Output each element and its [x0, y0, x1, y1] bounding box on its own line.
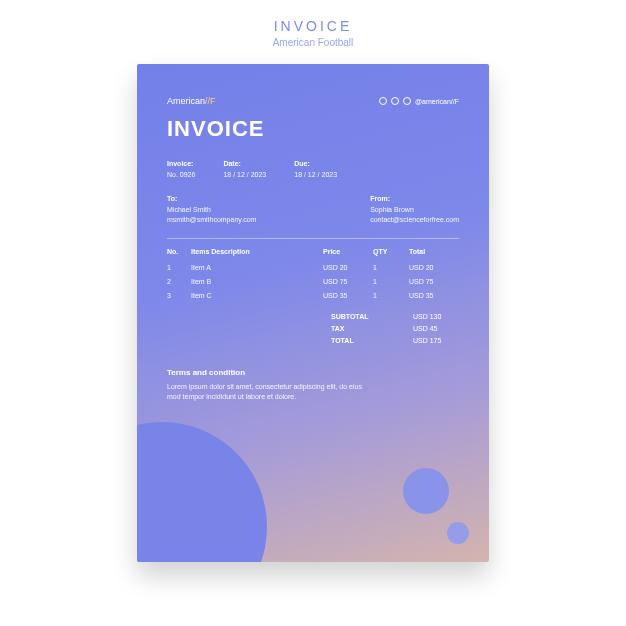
cell-no: 3 — [167, 292, 191, 299]
col-desc: Items Description — [191, 248, 323, 255]
bill-to: To: Michael Smith msmith@smithcompany.co… — [167, 195, 256, 224]
meta-date: Date: 18 / 12 / 2023 — [223, 160, 266, 179]
cell-desc: Item B — [191, 278, 323, 285]
col-price: Price — [323, 248, 373, 255]
meta-row: Invoice: No. 0926 Date: 18 / 12 / 2023 D… — [167, 160, 459, 179]
divider — [167, 238, 459, 239]
to-email: msmith@smithcompany.com — [167, 215, 256, 224]
to-label: To: — [167, 195, 256, 202]
cell-qty: 1 — [373, 292, 409, 299]
page-title: INVOICE — [0, 18, 626, 34]
to-name: Michael Smith — [167, 205, 256, 214]
brand-row: American//F @american//F — [167, 96, 459, 106]
total-line: TOTAL USD 175 — [167, 337, 459, 344]
party-row: To: Michael Smith msmith@smithcompany.co… — [167, 195, 459, 224]
invoice-card: American//F @american//F INVOICE Invoice… — [137, 64, 489, 562]
from-name: Sophia Brown — [370, 205, 459, 214]
col-no: No. — [167, 248, 191, 255]
cell-price: USD 35 — [323, 292, 373, 299]
social-links: @american//F — [379, 97, 459, 105]
decorative-circle-large — [137, 422, 267, 562]
cell-total: USD 75 — [409, 278, 459, 285]
tiktok-icon — [403, 97, 411, 105]
decorative-circle-small — [447, 522, 469, 544]
terms-body: Lorem ipsum dolor sit amet, consectetur … — [167, 382, 377, 402]
cell-qty: 1 — [373, 278, 409, 285]
total-value: USD 175 — [413, 337, 459, 344]
cell-price: USD 20 — [323, 264, 373, 271]
from-email: contact@scienceforfree.com — [370, 215, 459, 224]
date-value: 18 / 12 / 2023 — [223, 170, 266, 179]
date-label: Date: — [223, 160, 266, 167]
table-row: 3 Item C USD 35 1 USD 35 — [167, 292, 459, 299]
decorative-circle-medium — [403, 468, 449, 514]
subtotal-value: USD 130 — [413, 313, 459, 320]
subtotal-label: SUBTOTAL — [331, 313, 385, 320]
due-label: Due: — [294, 160, 337, 167]
page-subtitle: American Football — [0, 37, 626, 48]
instagram-icon — [379, 97, 387, 105]
brand-accent: //F — [205, 96, 216, 106]
tax-line: TAX USD 45 — [167, 325, 459, 332]
due-value: 18 / 12 / 2023 — [294, 170, 337, 179]
cell-no: 1 — [167, 264, 191, 271]
social-handle: @american//F — [415, 98, 459, 105]
cell-total: USD 20 — [409, 264, 459, 271]
col-qty: QTY — [373, 248, 409, 255]
cell-qty: 1 — [373, 264, 409, 271]
cell-total: USD 35 — [409, 292, 459, 299]
table-row: 1 Item A USD 20 1 USD 20 — [167, 264, 459, 271]
invoice-number-label: Invoice: — [167, 160, 195, 167]
table-row: 2 Item B USD 75 1 USD 75 — [167, 278, 459, 285]
total-label: TOTAL — [331, 337, 385, 344]
cell-price: USD 75 — [323, 278, 373, 285]
tax-label: TAX — [331, 325, 385, 332]
brand-name: American — [167, 96, 205, 106]
subtotal-line: SUBTOTAL USD 130 — [167, 313, 459, 320]
terms-block: Terms and condition Lorem ipsum dolor si… — [167, 368, 459, 402]
totals-block: SUBTOTAL USD 130 TAX USD 45 TOTAL USD 17… — [167, 313, 459, 344]
brand-logo: American//F — [167, 96, 216, 106]
items-table: No. Items Description Price QTY Total 1 … — [167, 248, 459, 299]
table-header: No. Items Description Price QTY Total — [167, 248, 459, 255]
meta-invoice: Invoice: No. 0926 — [167, 160, 195, 179]
cell-no: 2 — [167, 278, 191, 285]
invoice-number-value: No. 0926 — [167, 170, 195, 179]
cell-desc: Item A — [191, 264, 323, 271]
col-total: Total — [409, 248, 459, 255]
from-label: From: — [370, 195, 459, 202]
meta-due: Due: 18 / 12 / 2023 — [294, 160, 337, 179]
page-header: INVOICE American Football — [0, 0, 626, 56]
facebook-icon — [391, 97, 399, 105]
terms-title: Terms and condition — [167, 368, 459, 377]
bill-from: From: Sophia Brown contact@scienceforfre… — [370, 195, 459, 224]
cell-desc: Item C — [191, 292, 323, 299]
tax-value: USD 45 — [413, 325, 459, 332]
invoice-title: INVOICE — [167, 116, 459, 142]
